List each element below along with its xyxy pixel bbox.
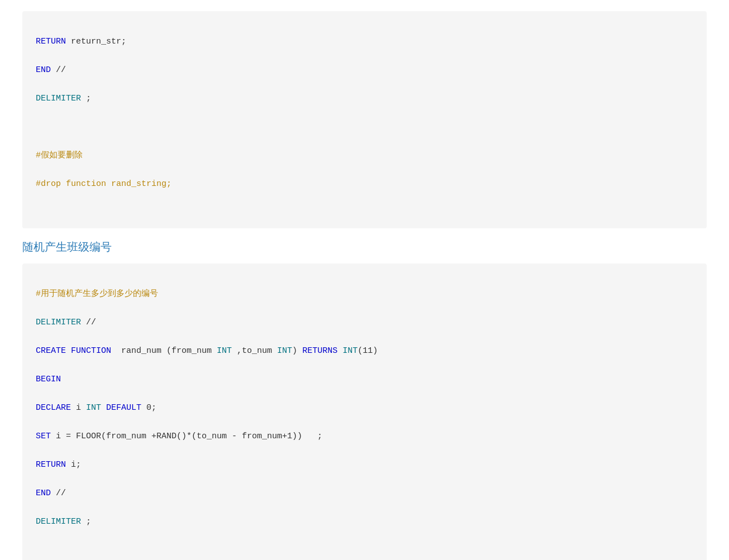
- code-line: [36, 543, 693, 558]
- code-line: SET i = FLOOR(from_num +RAND()*(to_num -…: [36, 429, 693, 444]
- code-line: CREATE FUNCTION rand_num (from_num INT ,…: [36, 344, 693, 358]
- first-code-block: RETURN return_str; END // DELIMITER ; #假…: [22, 11, 707, 228]
- code-line: BEGIN: [36, 372, 693, 387]
- code-line: #用于随机产生多少到多少的编号: [36, 287, 693, 301]
- code-line: END //: [36, 486, 693, 501]
- page-container: RETURN return_str; END // DELIMITER ; #假…: [0, 0, 729, 560]
- code-line: DECLARE i INT DEFAULT 0;: [36, 401, 693, 415]
- code-line: [36, 120, 693, 135]
- section-heading: 随机产生班级编号: [22, 240, 707, 255]
- code-line: RETURN i;: [36, 458, 693, 472]
- code-line: DELIMITER ;: [36, 92, 693, 106]
- code-line: RETURN return_str;: [36, 35, 693, 49]
- code-line: DELIMITER //: [36, 315, 693, 330]
- code-line: #drop function rand_string;: [36, 177, 693, 192]
- second-code-block: #用于随机产生多少到多少的编号 DELIMITER // CREATE FUNC…: [22, 264, 707, 560]
- code-line: DELIMITER ;: [36, 515, 693, 529]
- code-line: #假如要删除: [36, 149, 693, 163]
- code-line: END //: [36, 63, 693, 78]
